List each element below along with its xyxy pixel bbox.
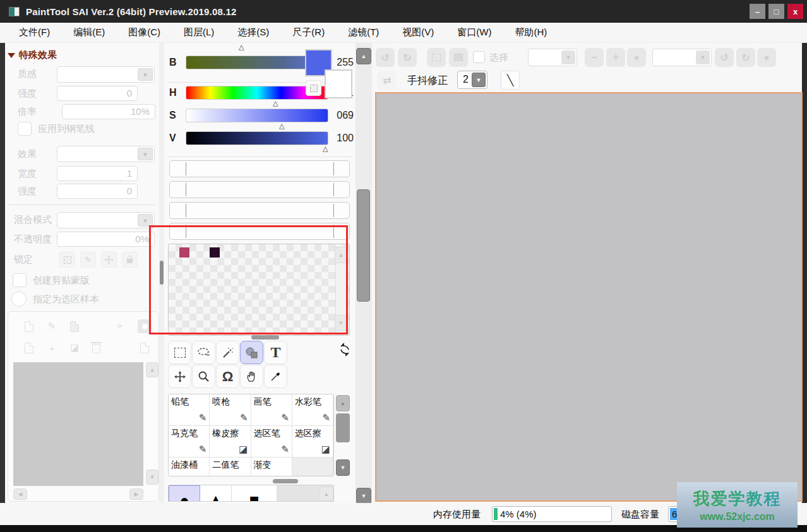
duplicate-layer-button[interactable]: +: [45, 341, 59, 355]
lock-all-button[interactable]: [122, 252, 138, 268]
chevron-down-icon[interactable]: ▼: [138, 68, 153, 81]
clipping-mask-checkbox[interactable]: [13, 273, 27, 287]
slider-s-bar[interactable]: [186, 109, 328, 122]
brush-pencil[interactable]: 铅笔✎: [169, 394, 210, 426]
slider-marker-icon[interactable]: △: [273, 99, 278, 107]
expand-selection-button[interactable]: +: [606, 48, 625, 67]
effect-strength-input[interactable]: 0: [57, 184, 138, 199]
brush-shape-triangle[interactable]: ▲: [200, 485, 232, 502]
menu-window[interactable]: 窗口(W): [457, 27, 491, 38]
slider-marker-icon[interactable]: △: [239, 43, 244, 51]
layers-scroll-down-button[interactable]: ▼: [146, 470, 158, 485]
rect-select-tool[interactable]: [168, 341, 191, 364]
brush-airbrush[interactable]: 喷枪✎: [210, 394, 251, 426]
line-mode-button[interactable]: ╲: [501, 71, 520, 90]
blend-mode-dropdown[interactable]: ▼: [57, 212, 155, 228]
hand-tool[interactable]: [240, 365, 263, 388]
brush-watercolor[interactable]: 水彩笔✎: [292, 394, 333, 426]
chevron-down-icon[interactable]: ▼: [472, 73, 486, 87]
brush-grid-scrollbar[interactable]: ▲ ▼: [336, 395, 350, 476]
undo-button[interactable]: ↺: [376, 48, 395, 67]
lock-paint-button[interactable]: ✎: [80, 252, 96, 268]
redo-button[interactable]: ↻: [398, 48, 417, 67]
brush-scroll-thumb[interactable]: [336, 413, 350, 442]
rotate-cw-button[interactable]: ↻: [736, 48, 755, 67]
new-layer-button[interactable]: [22, 319, 36, 333]
brush-empty-slot[interactable]: [292, 458, 333, 476]
texture-strength-input[interactable]: 0: [57, 86, 138, 101]
new-folder-button[interactable]: [68, 319, 81, 333]
brush-scroll-down-button[interactable]: ▼: [336, 459, 350, 476]
maximize-button[interactable]: □: [768, 4, 784, 19]
shape-tool-selected[interactable]: [240, 341, 263, 364]
brush-binary-pen[interactable]: 二值笔: [210, 458, 251, 476]
lock-transparency-button[interactable]: [59, 252, 75, 268]
custom-slider-3[interactable]: [169, 202, 350, 219]
brush-marker[interactable]: 马克笔✎: [169, 426, 210, 458]
brush-eraser[interactable]: 橡皮擦◪: [210, 426, 251, 458]
selection-stop-button[interactable]: ■: [627, 48, 646, 67]
effect-dropdown[interactable]: ▼: [57, 146, 155, 162]
lock-position-button[interactable]: [101, 252, 117, 268]
flip-view-button[interactable]: ⇄: [378, 71, 397, 90]
apply-to-pen-checkbox[interactable]: [18, 122, 32, 136]
chevron-down-icon[interactable]: ▼: [138, 148, 153, 160]
lasso-tool[interactable]: [192, 341, 215, 364]
selection-dropdown[interactable]: ▼: [528, 49, 577, 66]
scroll-down-button[interactable]: ▼: [356, 488, 371, 504]
menu-filter[interactable]: 滤镜(T): [348, 27, 379, 38]
shape-scroll-up-button[interactable]: ▲: [320, 487, 333, 501]
secondary-color-swatch[interactable]: [325, 69, 352, 98]
reset-view-button[interactable]: ■: [757, 48, 776, 67]
brush-selection-eraser[interactable]: 选区擦◪: [292, 426, 333, 458]
panel-resize-handle[interactable]: [273, 479, 298, 483]
delete-layer-button[interactable]: [89, 341, 103, 355]
menu-image[interactable]: 图像(C): [128, 27, 160, 38]
rotate-tool[interactable]: Ω: [216, 365, 239, 388]
new-group-button[interactable]: [138, 341, 152, 355]
text-tool[interactable]: T: [264, 341, 287, 364]
perspective-ruler-button[interactable]: ✧: [112, 319, 126, 333]
menu-select[interactable]: 选择(S): [237, 27, 269, 38]
special-effects-header[interactable]: 特殊效果: [8, 49, 57, 61]
chevron-down-icon[interactable]: ▼: [696, 50, 710, 64]
menu-file[interactable]: 文件(F): [19, 27, 50, 38]
layers-scroll-right-button[interactable]: ▶: [129, 488, 143, 500]
brush-scroll-up-button[interactable]: ▲: [336, 395, 350, 411]
selection-checkbox[interactable]: [473, 51, 485, 63]
invert-selection-button[interactable]: [449, 48, 468, 67]
menu-ruler[interactable]: 尺子(R): [292, 27, 325, 38]
transparent-color-button[interactable]: [306, 80, 321, 96]
menu-view[interactable]: 视图(V): [402, 27, 434, 38]
move-tool[interactable]: [168, 365, 191, 388]
magic-wand-tool[interactable]: [216, 341, 239, 364]
shrink-selection-button[interactable]: −: [585, 48, 604, 67]
new-pen-layer-button[interactable]: ✎: [45, 319, 59, 333]
canvas[interactable]: [375, 92, 803, 502]
ratio-input[interactable]: 10%: [62, 104, 155, 119]
layers-scroll-up-button[interactable]: ▲: [146, 362, 158, 377]
eyedropper-tool[interactable]: [264, 365, 287, 388]
zoom-tool[interactable]: [192, 365, 215, 388]
custom-slider-2[interactable]: [169, 181, 350, 198]
brush-selection-pen[interactable]: 选区笔✎: [251, 426, 292, 458]
selection-sample-radio[interactable]: [11, 292, 27, 307]
stabilizer-dropdown[interactable]: 2▼: [457, 71, 487, 89]
close-button[interactable]: x: [787, 4, 803, 19]
texture-dropdown[interactable]: ▼: [57, 66, 155, 83]
brush-shape-circle[interactable]: ●: [169, 485, 200, 502]
view-zoom-dropdown[interactable]: ▼: [652, 49, 712, 66]
layers-list[interactable]: [13, 362, 143, 486]
merge-down-button[interactable]: [22, 341, 36, 355]
effect-width-input[interactable]: 1: [57, 166, 138, 181]
minimize-button[interactable]: –: [750, 4, 765, 19]
clear-layer-button[interactable]: ◪: [68, 341, 81, 355]
middle-panel-scrollbar[interactable]: ▲ ▼: [356, 43, 372, 503]
slider-marker-icon[interactable]: △: [323, 145, 328, 153]
slider-marker-icon[interactable]: △: [279, 122, 284, 130]
menu-help[interactable]: 帮助(H): [515, 27, 547, 38]
scrollbar-thumb[interactable]: [357, 189, 370, 302]
chevron-down-icon[interactable]: ▼: [138, 214, 153, 227]
brush-shape-square[interactable]: ■: [232, 485, 277, 502]
brush-bucket[interactable]: 油漆桶: [169, 458, 210, 476]
